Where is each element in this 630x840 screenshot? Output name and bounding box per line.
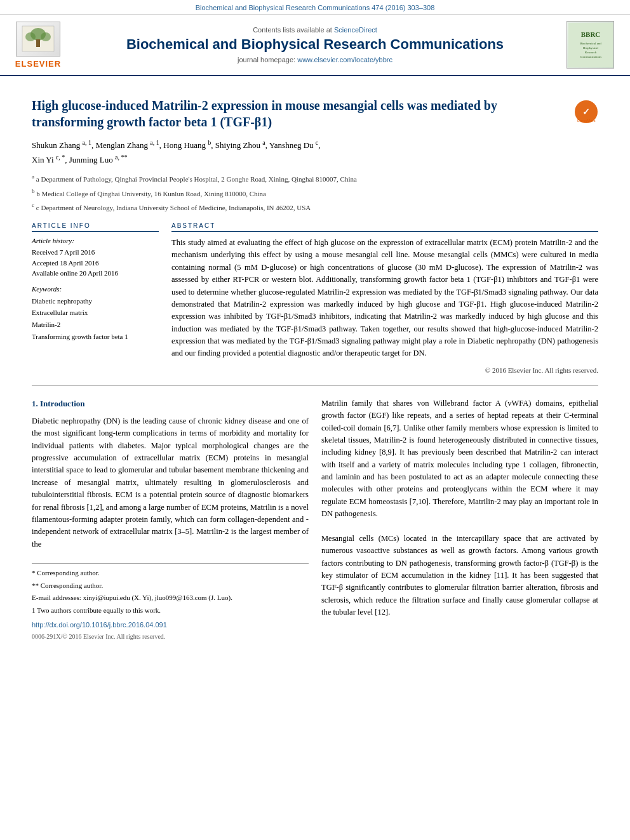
author-shiying-sup: a <box>262 139 265 146</box>
author-shukun-sup: a, 1 <box>82 139 91 146</box>
intro-col2-text: Matrilin family that shares von Willebra… <box>321 397 598 619</box>
author-menglan: Menglan Zhang <box>95 140 148 150</box>
footnote-email: E-mail addresses: xinyi@iupui.edu (X. Yi… <box>32 592 309 604</box>
author-xin-sup: c, * <box>56 154 65 161</box>
svg-rect-5 <box>568 23 613 67</box>
sciencedirect-link[interactable]: ScienceDirect <box>334 26 377 34</box>
author-hong-sup: b <box>208 139 211 146</box>
affiliation-a: a a Department of Pathology, Qinghai Pro… <box>32 172 598 185</box>
doi-line[interactable]: http://dx.doi.org/10.1016/j.bbrc.2016.04… <box>32 620 309 630</box>
homepage-url[interactable]: www.elsevier.com/locate/ybbrc <box>297 56 392 63</box>
section-heading: 1. Introduction <box>32 397 309 410</box>
author-shukun: Shukun Zhang <box>32 140 80 150</box>
affiliation-b: b b Medical College of Qinghai Universit… <box>32 187 598 199</box>
article-history-label: Article history: <box>32 237 159 244</box>
svg-point-3 <box>25 32 36 41</box>
authors: Shukun Zhang a, 1, Menglan Zhang a, 1, H… <box>32 138 598 167</box>
svg-text:Communications: Communications <box>579 55 601 58</box>
author-shiying: Shiying Zhou <box>215 140 260 150</box>
svg-rect-2 <box>36 39 40 47</box>
svg-text:Research: Research <box>584 51 596 54</box>
author-xin: Xin Yi <box>32 155 54 164</box>
author-junming: Junming Luo <box>69 155 113 164</box>
journal-homepage-line: journal homepage: www.elsevier.com/locat… <box>70 56 560 63</box>
footnote-double-star: ** Corresponding author. <box>32 580 309 592</box>
body-col-right: Matrilin family that shares von Willebra… <box>321 397 598 642</box>
contents-line: Contents lists available at ScienceDirec… <box>70 26 560 34</box>
section-divider <box>32 385 598 386</box>
content-area: High glucose-induced Matrilin-2 expressi… <box>0 76 630 651</box>
journal-citation: Biochemical and Biophysical Research Com… <box>196 4 435 11</box>
keyword-1: Diabetic nephropathy <box>32 295 159 307</box>
affiliation-c: c c Department of Neurology, Indiana Uni… <box>32 201 598 213</box>
footnote-equal: 1 Two authors contribute equally to this… <box>32 605 309 617</box>
accepted-date: Accepted 18 April 2016 <box>32 258 159 269</box>
svg-text:Biophysical: Biophysical <box>583 46 598 50</box>
info-abstract-row: ARTICLE INFO Article history: Received 7… <box>32 222 598 374</box>
contents-label: Contents lists available at <box>253 26 332 34</box>
abstract-text: This study aimed at evaluating the effec… <box>171 237 598 360</box>
elsevier-logo-block: ELSEVIER <box>13 22 64 69</box>
author-yanshneg-sup: c <box>316 139 318 146</box>
svg-text:BBRC: BBRC <box>580 30 600 38</box>
footnotes: * Corresponding author. ** Corresponding… <box>32 563 309 616</box>
article-title-section: High glucose-induced Matrilin-2 expressi… <box>32 97 598 130</box>
svg-point-4 <box>41 32 51 41</box>
bbrc-box: BBRC Biochemical and Biophysical Researc… <box>566 21 614 69</box>
intro-col1-text: Diabetic nephropathy (DN) is the leading… <box>32 415 309 550</box>
article-info-header: ARTICLE INFO <box>32 222 159 232</box>
issn-text: 0006-291X/© 2016 Elsevier Inc. All right… <box>32 633 165 640</box>
section-title: Introduction <box>40 399 85 408</box>
author-yanshneg: Yanshneg Du <box>269 140 314 150</box>
journal-header: ELSEVIER Contents lists available at Sci… <box>0 15 630 76</box>
bbrc-logo-block: BBRC Biochemical and Biophysical Researc… <box>566 21 617 69</box>
svg-text:CrossMark: CrossMark <box>577 119 596 123</box>
keyword-3: Matrilin-2 <box>32 319 159 331</box>
abstract-header: ABSTRACT <box>171 222 598 232</box>
doi-text: http://dx.doi.org/10.1016/j.bbrc.2016.04… <box>32 621 167 629</box>
keyword-2: Extracellular matrix <box>32 307 159 319</box>
keywords-label: Keywords: <box>32 285 159 293</box>
svg-text:Biochemical and: Biochemical and <box>580 42 601 45</box>
keywords-list: Diabetic nephropathy Extracellular matri… <box>32 295 159 343</box>
svg-text:✓: ✓ <box>582 107 590 117</box>
received-date: Received 7 April 2016 <box>32 247 159 258</box>
issn-line: 0006-291X/© 2016 Elsevier Inc. All right… <box>32 632 309 642</box>
article-history-text: Received 7 April 2016 Accepted 18 April … <box>32 247 159 279</box>
footnote-star: * Corresponding author. <box>32 568 309 579</box>
journal-main-title: Biochemical and Biophysical Research Com… <box>70 36 560 53</box>
article-title: High glucose-induced Matrilin-2 expressi… <box>32 97 568 130</box>
crossmark-icon[interactable]: ✓ CrossMark <box>574 100 598 124</box>
abstract-col: ABSTRACT This study aimed at evaluating … <box>171 222 598 374</box>
homepage-label: journal homepage: <box>238 56 295 63</box>
affiliations: a a Department of Pathology, Qinghai Pro… <box>32 172 598 213</box>
available-date: Available online 20 April 2016 <box>32 268 159 279</box>
elsevier-logo-img <box>16 22 60 57</box>
top-bar: Biochemical and Biophysical Research Com… <box>0 0 630 15</box>
author-junming-sup: a, ** <box>115 154 127 161</box>
article-info-box: ARTICLE INFO Article history: Received 7… <box>32 222 159 374</box>
author-menglan-sup: a, 1 <box>150 139 159 146</box>
elsevier-wordmark: ELSEVIER <box>15 59 61 69</box>
copyright-line: © 2016 Elsevier Inc. All rights reserved… <box>171 366 598 374</box>
body-content: 1. Introduction Diabetic nephropathy (DN… <box>32 397 598 642</box>
journal-title-center: Contents lists available at ScienceDirec… <box>70 26 560 63</box>
body-col-left: 1. Introduction Diabetic nephropathy (DN… <box>32 397 309 642</box>
section-num: 1. <box>32 399 38 408</box>
keyword-4: Transforming growth factor beta 1 <box>32 331 159 343</box>
author-hong: Hong Huang <box>163 140 206 150</box>
